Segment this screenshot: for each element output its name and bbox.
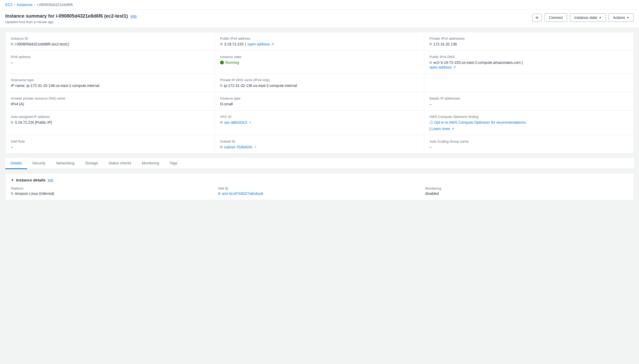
- refresh-button[interactable]: ⟳: [532, 14, 542, 22]
- ami-id-link[interactable]: ami-0cc87e5027adcdca8: [222, 191, 263, 196]
- field-auto-scaling-group-value: –: [429, 145, 628, 149]
- actions-dropdown-icon: ▼: [627, 16, 629, 19]
- learn-more-external-icon: ↗: [451, 127, 454, 131]
- detail-ami-id-value: ⧉ ami-0cc87e5027adcdca8: [218, 191, 421, 196]
- tab-tags[interactable]: Tags: [164, 158, 183, 169]
- detail-ami-id-label: AMI ID: [218, 186, 421, 190]
- field-private-ip-dns-label: Private IP DNS name (IPv4 only): [220, 78, 419, 82]
- copy-private-ipv4-icon[interactable]: ⧉: [429, 42, 432, 46]
- copy-instance-id-icon[interactable]: ⧉: [11, 42, 13, 46]
- public-ipv4-text: 3.19.72.220: [224, 42, 244, 46]
- field-auto-assigned-ip-value: ⧉ 3.19.72.220 [Public IP]: [11, 120, 209, 124]
- tabs-bar: Details Security Networking Storage Stat…: [5, 158, 634, 169]
- field-compute-optimizer-label: AWS Compute Optimizer finding: [429, 115, 628, 119]
- subnet-external-icon: ↗: [254, 145, 256, 149]
- subnet-id-link[interactable]: subnet-703b403c: [224, 145, 252, 149]
- field-auto-scaling-group-label: Auto Scaling Group name: [429, 139, 628, 143]
- copy-auto-ip-icon[interactable]: ⧉: [11, 120, 13, 124]
- pipe-optimizer: |: [429, 127, 432, 131]
- iam-role-dash: –: [11, 145, 13, 149]
- field-elastic-ip-value: –: [429, 102, 628, 106]
- tab-status-checks[interactable]: Status checks: [103, 158, 136, 169]
- ipv6-dash: –: [11, 60, 13, 65]
- answer-private-text: IPv4 (A): [11, 102, 24, 106]
- instance-state-dropdown-icon: ▼: [599, 16, 601, 19]
- instance-id-text: i-090805d4321e8d6f6 (ec2-test1): [15, 42, 69, 46]
- field-private-ipv4-label: Private IPv4 addresses: [429, 37, 628, 40]
- copy-public-ipv4-icon[interactable]: ⧉: [220, 42, 222, 46]
- field-hostname-type-label: Hostname type: [11, 78, 209, 82]
- field-public-ipv4: Public IPv4 address ⧉ 3.19.72.220 | open…: [215, 32, 424, 50]
- field-ipv6-value: –: [11, 60, 209, 65]
- tab-details[interactable]: Details: [5, 158, 27, 169]
- info-link[interactable]: Info: [130, 14, 136, 18]
- open-dns-address-link[interactable]: open address ↗: [429, 65, 456, 69]
- copy-ami-id-icon[interactable]: ⧉: [218, 191, 220, 196]
- detail-monitoring: Monitoring disabled: [425, 186, 628, 196]
- field-iam-role-label: IAM Role: [11, 139, 209, 143]
- detail-ami-id: AMI ID ⧉ ami-0cc87e5027adcdca8: [218, 186, 421, 196]
- field-public-ipv4-value: ⧉ 3.19.72.220 | open address ↗: [220, 42, 419, 46]
- summary-row-3: Hostname type IP name: ip-172-31-32-136.…: [6, 74, 633, 92]
- header-subtitle: Updated less than a minute ago: [5, 20, 137, 24]
- running-text: Running: [225, 60, 239, 65]
- open-address-link[interactable]: open address ↗: [248, 42, 274, 46]
- field-public-ipv4-dns-label: Public IPv4 DNS: [429, 55, 628, 59]
- field-public-ipv4-dns: Public IPv4 DNS ⧉ ec2-3-19-72-220.us-eas…: [424, 51, 633, 74]
- actions-button[interactable]: Actions ▼: [608, 13, 634, 22]
- tab-networking[interactable]: Networking: [51, 158, 80, 169]
- auto-assigned-ip-text: 3.19.72.220 [Public IP]: [15, 120, 52, 124]
- copy-private-ip-dns-icon[interactable]: ⧉: [220, 84, 222, 88]
- field-subnet-id-label: Subnet ID: [220, 139, 419, 143]
- elastic-ip-dash: –: [429, 102, 432, 106]
- breadcrumb-ec2[interactable]: EC2: [5, 3, 12, 7]
- breadcrumb-current: i-090805d4321e8d6f6: [37, 3, 73, 7]
- opt-in-line: ⓘ Opt-in to AWS Compute Optimizer for re…: [429, 120, 527, 125]
- copy-dns-icon[interactable]: ⧉: [429, 60, 432, 65]
- field-subnet-id-value: ⧉ subnet-703b403c ↗: [220, 145, 419, 149]
- section-title: Instance details: [16, 178, 46, 182]
- field-instance-id-label: Instance ID: [11, 37, 209, 40]
- instance-state-button[interactable]: Instance state ▼: [570, 13, 606, 22]
- field-auto-scaling-group: Auto Scaling Group name –: [424, 135, 633, 153]
- copy-vpc-icon[interactable]: ⧉: [220, 120, 222, 124]
- field-instance-state-label: Instance state: [220, 55, 419, 59]
- copy-subnet-icon[interactable]: ⧉: [220, 145, 222, 149]
- detail-platform: Platform ⧉ Amazon Linux (Inferred): [11, 186, 214, 196]
- breadcrumb-instances[interactable]: Instances: [17, 3, 33, 7]
- page-header: Instance summary for i-090805d4321e8d6f6…: [0, 10, 639, 28]
- private-ipv4-text: 172.31.32.136: [433, 42, 457, 46]
- field-iam-role-value: –: [11, 145, 209, 149]
- pipe-sep: |: [245, 42, 246, 46]
- summary-row-6: IAM Role – Subnet ID ⧉ subnet-703b403c ↗…: [6, 135, 633, 153]
- vpc-id-link[interactable]: vpc-a8d163c3: [224, 120, 247, 124]
- learn-more-link[interactable]: Learn more ↗: [432, 127, 455, 131]
- breadcrumb-sep2: ›: [34, 3, 36, 7]
- tab-monitoring[interactable]: Monitoring: [137, 158, 164, 169]
- vpc-external-icon: ↗: [249, 121, 251, 124]
- copy-platform-icon[interactable]: ⧉: [11, 191, 13, 196]
- field-auto-assigned-ip-label: Auto-assigned IP address: [11, 115, 209, 119]
- collapse-arrow-icon[interactable]: ▼: [11, 178, 14, 182]
- field-compute-optimizer-value: ⓘ Opt-in to AWS Compute Optimizer for re…: [429, 120, 628, 131]
- field-vpc-id: VPC ID ⧉ vpc-a8d163c3 ↗: [215, 111, 424, 135]
- field-elastic-ip-label: Elastic IP addresses: [429, 96, 628, 100]
- learn-more-line: | Learn more ↗: [429, 127, 454, 131]
- tab-security[interactable]: Security: [27, 158, 51, 169]
- monitoring-text: disabled: [425, 191, 439, 196]
- field-iam-role: IAM Role –: [6, 135, 215, 153]
- connect-button[interactable]: Connect: [545, 13, 567, 22]
- section-info-link[interactable]: Info: [48, 178, 53, 182]
- actions-label: Actions: [613, 15, 625, 20]
- running-badge: Running: [220, 60, 239, 65]
- instance-type-text: t3.small: [220, 102, 233, 106]
- field-instance-id-value: ⧉ i-090805d4321e8d6f6 (ec2-test1): [11, 42, 209, 46]
- instance-summary-grid: Instance ID ⧉ i-090805d4321e8d6f6 (ec2-t…: [5, 32, 634, 154]
- field-empty-3: [424, 74, 633, 92]
- field-elastic-ip: Elastic IP addresses –: [424, 92, 633, 110]
- refresh-icon: ⟳: [536, 16, 539, 20]
- field-auto-assigned-ip: Auto-assigned IP address ⧉ 3.19.72.220 […: [6, 111, 215, 135]
- tab-storage[interactable]: Storage: [80, 158, 103, 169]
- field-private-ipv4-value: ⧉ 172.31.32.136: [429, 42, 628, 46]
- opt-in-link[interactable]: Opt-in to AWS Compute Optimizer for reco…: [434, 120, 527, 124]
